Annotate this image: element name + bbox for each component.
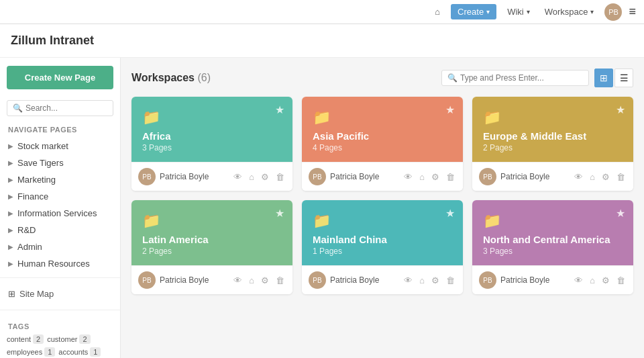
settings-icon[interactable]: ⚙	[430, 274, 441, 287]
card-title: Africa	[142, 130, 282, 142]
view-icon[interactable]: 👁	[232, 171, 244, 183]
list-view-button[interactable]: ☰	[614, 69, 633, 87]
card-actions: 👁 ⌂ ⚙ 🗑	[402, 171, 456, 183]
settings-icon[interactable]: ⚙	[260, 274, 270, 287]
delete-icon[interactable]: 🗑	[274, 274, 286, 287]
card-title: Asia Pacific	[313, 130, 452, 142]
tag-item[interactable]: customer2	[47, 334, 90, 344]
home-card-icon[interactable]: ⌂	[418, 171, 426, 183]
main-search-container: 🔍	[441, 70, 589, 86]
create-new-page-button[interactable]: Create New Page	[7, 66, 113, 89]
card-username: Patricia Boyle	[160, 172, 209, 181]
nav-item-caret: ▶	[8, 260, 13, 267]
folder-icon: 📁	[142, 212, 282, 230]
sidebar-nav-item[interactable]: ▶Marketing	[0, 171, 120, 188]
home-card-icon[interactable]: ⌂	[248, 171, 256, 183]
user-avatar[interactable]: PB	[604, 3, 622, 21]
sidebar-nav-item-label: Save Tigers	[17, 158, 64, 168]
settings-icon[interactable]: ⚙	[260, 171, 270, 183]
card-user: PB Patricia Boyle	[138, 271, 209, 289]
sidebar-nav-item[interactable]: ▶Human Resources	[0, 255, 120, 272]
hamburger-menu-icon[interactable]: ≡	[629, 5, 636, 19]
wiki-nav-item[interactable]: Wiki ▾	[503, 4, 534, 19]
sidebar-nav-item[interactable]: ▶Information Services	[0, 205, 120, 222]
home-card-icon[interactable]: ⌂	[588, 274, 596, 287]
card-pages: 4 Pages	[313, 143, 452, 152]
view-icon[interactable]: 👁	[402, 171, 414, 183]
card-avatar: PB	[309, 168, 326, 185]
tag-label: employees	[7, 348, 42, 356]
workspace-caret-icon: ▾	[590, 8, 594, 15]
sidebar-search-input[interactable]	[25, 103, 107, 113]
card-top: ★ 📁 Africa 3 Pages	[131, 97, 292, 162]
tag-label: accounts	[58, 348, 88, 356]
sidebar-nav-item-label: Human Resources	[17, 259, 90, 269]
tag-label: customer	[47, 335, 77, 343]
sidebar: Create New Page 🔍 NAVIGATE PAGES ▶Stock …	[0, 58, 121, 358]
tag-label: content	[7, 335, 31, 343]
sidebar-nav-item[interactable]: ▶Stock market	[0, 138, 120, 154]
view-icon[interactable]: 👁	[232, 274, 244, 287]
header-right-controls: 🔍 ⊞ ☰	[441, 69, 633, 87]
card-bottom: PB Patricia Boyle 👁 ⌂ ⚙ 🗑	[472, 162, 633, 191]
sidebar-nav-item[interactable]: ▶Save Tigers	[0, 154, 120, 171]
card-pages: 3 Pages	[142, 143, 282, 152]
card-actions: 👁 ⌂ ⚙ 🗑	[573, 171, 627, 183]
delete-icon[interactable]: 🗑	[274, 171, 286, 183]
workspaces-grid: ★ 📁 Africa 3 Pages PB Patricia Boyle 👁 ⌂…	[131, 97, 633, 294]
card-title: Mainland China	[313, 234, 452, 245]
card-pages: 2 Pages	[142, 247, 282, 256]
card-pages: 1 Pages	[313, 247, 452, 256]
main-header: Workspaces (6) 🔍 ⊞ ☰	[131, 69, 633, 87]
card-bottom: PB Patricia Boyle 👁 ⌂ ⚙ 🗑	[472, 265, 633, 294]
tag-item[interactable]: employees1	[7, 347, 55, 357]
tag-item[interactable]: accounts1	[58, 347, 101, 357]
card-bottom: PB Patricia Boyle 👁 ⌂ ⚙ 🗑	[131, 162, 292, 191]
sidebar-nav-item-label: Admin	[17, 242, 42, 252]
card-title: Latin America	[142, 234, 282, 245]
delete-icon[interactable]: 🗑	[615, 274, 627, 287]
home-card-icon[interactable]: ⌂	[418, 274, 426, 287]
workspace-card: ★ 📁 Asia Pacific 4 Pages PB Patricia Boy…	[302, 97, 463, 191]
tag-item[interactable]: content2	[7, 334, 44, 344]
settings-icon[interactable]: ⚙	[430, 171, 441, 183]
card-actions: 👁 ⌂ ⚙ 🗑	[232, 171, 286, 183]
workspace-card: ★ 📁 Mainland China 1 Pages PB Patricia B…	[302, 200, 463, 294]
delete-icon[interactable]: 🗑	[445, 171, 456, 183]
card-bottom: PB Patricia Boyle 👁 ⌂ ⚙ 🗑	[302, 265, 463, 294]
list-icon: ☰	[620, 73, 629, 83]
sidebar-divider-2	[0, 310, 120, 310]
workspace-card: ★ 📁 Europe & Middle East 2 Pages PB Patr…	[472, 97, 633, 191]
create-nav-button[interactable]: Create ▾	[451, 4, 496, 19]
delete-icon[interactable]: 🗑	[615, 171, 627, 183]
home-card-icon[interactable]: ⌂	[248, 274, 256, 287]
main-search-input[interactable]	[460, 73, 583, 83]
card-pages: 2 Pages	[483, 143, 623, 152]
sidebar-nav-item[interactable]: ▶R&D	[0, 222, 120, 238]
card-username: Patricia Boyle	[160, 275, 209, 285]
card-pages: 3 Pages	[483, 247, 623, 256]
avatar-initials: PB	[608, 8, 619, 16]
home-icon: ⌂	[435, 7, 440, 17]
top-navigation: ⌂ Create ▾ Wiki ▾ Workspace ▾ PB ≡	[0, 0, 644, 24]
card-avatar: PB	[309, 271, 326, 289]
card-avatar: PB	[479, 271, 496, 289]
home-nav-item[interactable]: ⌂	[431, 4, 444, 19]
workspace-nav-item[interactable]: Workspace ▾	[541, 4, 598, 19]
view-icon[interactable]: 👁	[573, 274, 584, 287]
view-icon[interactable]: 👁	[402, 274, 414, 287]
card-username: Patricia Boyle	[330, 275, 379, 285]
sidebar-nav-item[interactable]: ▶Admin	[0, 238, 120, 255]
sidebar-nav-item-label: Marketing	[17, 175, 56, 185]
home-card-icon[interactable]: ⌂	[588, 171, 596, 183]
view-icon[interactable]: 👁	[573, 171, 584, 183]
grid-view-button[interactable]: ⊞	[594, 69, 613, 87]
card-top: ★ 📁 Latin America 2 Pages	[131, 200, 292, 265]
delete-icon[interactable]: 🗑	[445, 274, 456, 287]
nav-item-caret: ▶	[8, 142, 13, 150]
settings-icon[interactable]: ⚙	[600, 171, 611, 183]
sidebar-search-icon: 🔍	[13, 103, 23, 113]
site-map-link[interactable]: ⊞ Site Map	[0, 283, 120, 304]
settings-icon[interactable]: ⚙	[600, 274, 611, 287]
sidebar-nav-item[interactable]: ▶Finance	[0, 188, 120, 205]
